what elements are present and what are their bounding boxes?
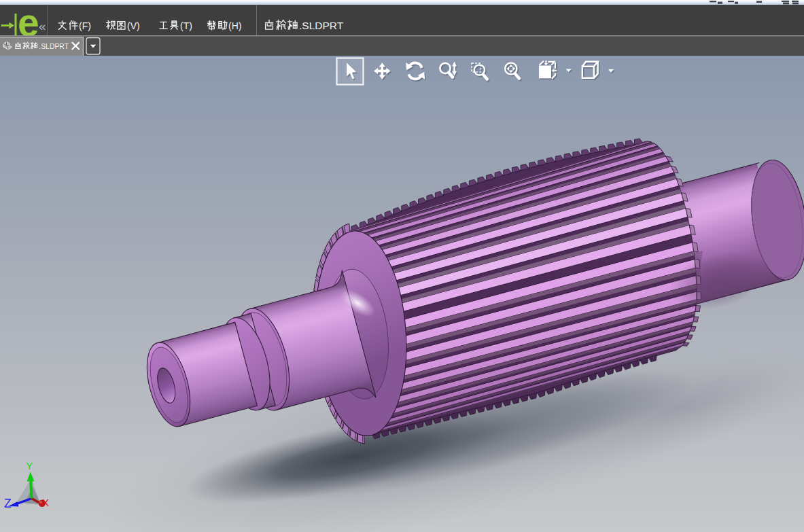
svg-text:Z: Z <box>4 497 12 510</box>
svg-text:.SLDPRT: .SLDPRT <box>39 43 69 50</box>
svg-text:«: « <box>39 19 46 33</box>
svg-text:(V): (V) <box>127 20 140 31</box>
svg-text:(H): (H) <box>228 20 241 31</box>
svg-text:Y: Y <box>27 461 33 472</box>
svg-text:X: X <box>42 497 49 508</box>
svg-text:(F): (F) <box>79 20 91 31</box>
svg-text:(T): (T) <box>180 20 192 31</box>
svg-text:.SLDPRT: .SLDPRT <box>299 20 344 31</box>
